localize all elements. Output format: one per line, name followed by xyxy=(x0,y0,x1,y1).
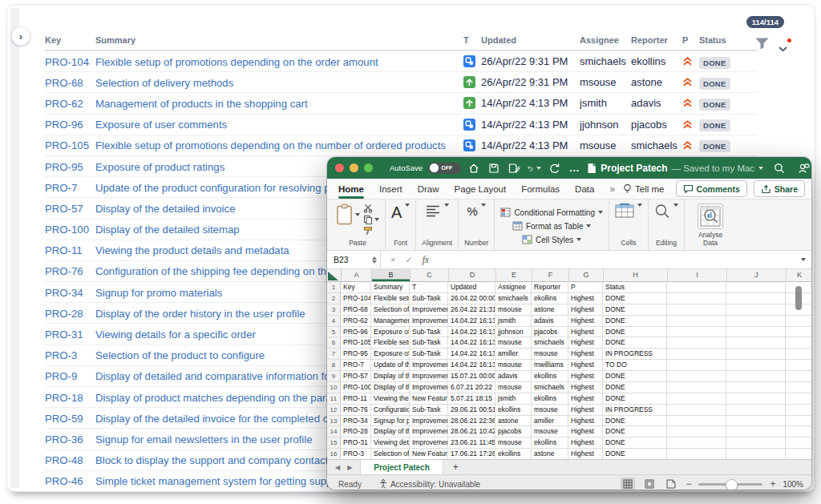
issue-summary-link[interactable]: Signup for promo materials xyxy=(95,287,222,299)
spreadsheet-cell[interactable] xyxy=(667,426,726,437)
spreadsheet-cell[interactable]: Improvemen xyxy=(410,304,448,315)
spreadsheet-cell[interactable]: Configuratio xyxy=(371,405,410,415)
spreadsheet-cell[interactable]: PRO-11 xyxy=(341,393,371,404)
spreadsheet-cell[interactable]: Assignee xyxy=(495,282,532,292)
vertical-scrollbar-thumb[interactable] xyxy=(795,286,802,310)
spreadsheet-cell[interactable]: Highest xyxy=(568,349,603,359)
row-number[interactable]: 16 xyxy=(327,449,341,459)
spreadsheet-cell[interactable]: Improvemen xyxy=(410,316,448,326)
cut-button[interactable] xyxy=(363,204,373,213)
spreadsheet-cell[interactable] xyxy=(726,426,786,437)
spreadsheet-cell[interactable]: smichaels xyxy=(532,337,568,348)
issue-key-link[interactable]: PRO-62 xyxy=(45,98,83,110)
row-number[interactable]: 13 xyxy=(327,416,341,426)
spreadsheet-cell[interactable]: DONE xyxy=(603,437,667,448)
spreadsheet-cell[interactable] xyxy=(667,405,726,415)
ribbon-group-font[interactable]: A Font xyxy=(385,200,415,250)
spreadsheet-cell[interactable]: smichaels xyxy=(532,382,568,393)
column-header[interactable]: K xyxy=(787,269,811,281)
ribbon-tab[interactable]: Formulas xyxy=(521,179,560,199)
formula-bar-expand-caret[interactable] xyxy=(801,258,806,261)
issue-key-link[interactable]: PRO-7 xyxy=(45,182,77,194)
issue-key-link[interactable]: PRO-68 xyxy=(45,77,83,89)
ribbon-group-alignment[interactable]: Alignment xyxy=(415,200,458,250)
spreadsheet-cell[interactable]: Status xyxy=(603,282,667,292)
spreadsheet-cell[interactable] xyxy=(786,449,811,459)
issue-key-link[interactable]: PRO-18 xyxy=(45,392,83,404)
row-number[interactable]: 6 xyxy=(327,337,341,348)
normal-view-icon[interactable] xyxy=(621,478,635,490)
spreadsheet-cell[interactable]: astone xyxy=(532,304,568,315)
cancel-entry-icon[interactable]: × xyxy=(390,255,395,264)
column-header-assignee[interactable]: Assignee xyxy=(580,35,631,45)
spreadsheet-cell[interactable]: T xyxy=(410,282,448,292)
issue-summary-link[interactable]: Viewing details for a specific order xyxy=(95,329,256,341)
issue-key-link[interactable]: PRO-95 xyxy=(45,161,83,173)
spreadsheet-cell[interactable]: Highest xyxy=(568,293,603,304)
spreadsheet-cell[interactable]: ekollins xyxy=(532,393,568,404)
format-as-table-button[interactable]: Format as Table xyxy=(512,220,592,232)
row-number[interactable]: 9 xyxy=(327,371,341,381)
save-as-icon[interactable] xyxy=(507,161,521,175)
spreadsheet-cell[interactable]: Highest xyxy=(568,449,603,459)
expand-sidebar-button[interactable]: › xyxy=(11,26,30,46)
spreadsheet-cell[interactable]: 14.04.22 16:13 xyxy=(448,337,495,348)
spreadsheet-cell[interactable]: Signup for pr xyxy=(371,416,410,426)
spreadsheet-cell[interactable]: astone xyxy=(532,449,568,459)
column-header[interactable]: C xyxy=(410,269,449,281)
spreadsheet-cell[interactable]: Flexible setu xyxy=(371,337,410,348)
spreadsheet-cell[interactable] xyxy=(726,304,786,315)
ribbon-tab[interactable]: Draw xyxy=(418,179,439,199)
close-window-button[interactable] xyxy=(335,163,344,172)
spreadsheet-cell[interactable]: 23.06.21 11:45 xyxy=(448,437,495,448)
spreadsheet-cell[interactable]: msouse xyxy=(495,304,532,315)
spreadsheet-cell[interactable] xyxy=(726,449,786,459)
spreadsheet-cell[interactable]: 29.06.21 00:51 xyxy=(448,405,495,415)
issue-key-link[interactable]: PRO-46 xyxy=(45,475,83,487)
zoom-window-button[interactable] xyxy=(364,163,373,172)
spreadsheet-cell[interactable]: jjohnson xyxy=(495,327,532,337)
spreadsheet-cell[interactable] xyxy=(786,316,811,326)
spreadsheet-cell[interactable]: Highest xyxy=(568,337,603,348)
spreadsheet-cell[interactable]: Key xyxy=(341,282,371,292)
issue-summary-link[interactable]: Flexible setup of promotions depending o… xyxy=(95,139,446,151)
conditional-formatting-button[interactable]: Conditional Formatting xyxy=(500,206,603,219)
spreadsheet-cell[interactable]: Improvemen xyxy=(410,416,448,426)
issue-key-link[interactable]: PRO-3 xyxy=(45,349,77,361)
row-number[interactable]: 5 xyxy=(327,327,341,337)
spreadsheet-cell[interactable]: msouse xyxy=(495,437,532,448)
next-sheet-arrow[interactable]: ▶ xyxy=(347,464,352,471)
spreadsheet-cell[interactable]: Highest xyxy=(568,382,603,393)
spreadsheet-cell[interactable]: Sub-Task xyxy=(410,327,448,337)
spreadsheet-cell[interactable]: Highest xyxy=(568,437,603,448)
ribbon-tab[interactable]: Insert xyxy=(379,179,402,199)
issue-summary-link[interactable]: Management of products in the shopping c… xyxy=(95,98,308,110)
spreadsheet-cell[interactable] xyxy=(667,327,726,337)
spreadsheet-cell[interactable]: PRO-68 xyxy=(341,304,371,315)
spreadsheet-cell[interactable]: msouse xyxy=(495,360,532,370)
row-number[interactable]: 11 xyxy=(327,393,341,404)
spreadsheet-cell[interactable] xyxy=(726,382,786,393)
issue-summary-link[interactable]: Update of the product configuration for … xyxy=(95,182,339,194)
spreadsheet-cell[interactable]: DONE xyxy=(603,416,667,426)
sheet-tab-project-patech[interactable]: Project Patech xyxy=(360,460,443,474)
spreadsheet-cell[interactable] xyxy=(667,349,726,359)
spreadsheet-cell[interactable]: Highest xyxy=(568,405,603,415)
spreadsheet-cell[interactable]: 14.04.22 16:13 xyxy=(448,349,495,359)
redo-icon[interactable] xyxy=(547,161,561,175)
confirm-entry-icon[interactable]: ✓ xyxy=(405,255,412,265)
issue-key-link[interactable]: PRO-11 xyxy=(45,244,83,256)
spreadsheet-cell[interactable]: Exposure of p xyxy=(371,349,410,359)
spreadsheet-cell[interactable]: IN PROGRESS xyxy=(603,405,667,415)
issue-summary-link[interactable]: Configuration of the shipping fee depend… xyxy=(95,265,341,277)
spreadsheet-cell[interactable] xyxy=(786,416,811,426)
ribbon-group-cells[interactable]: Cells xyxy=(609,200,648,250)
column-header-reporter[interactable]: Reporter xyxy=(631,35,682,45)
issue-key-link[interactable]: PRO-36 xyxy=(45,433,83,446)
spreadsheet-cell[interactable]: PRO-96 xyxy=(341,327,371,337)
spreadsheet-cell[interactable]: DONE xyxy=(603,304,667,315)
spreadsheet-cell[interactable]: Improvemen xyxy=(410,426,448,437)
name-box[interactable]: B23 xyxy=(327,251,381,268)
spreadsheet-cell[interactable]: DONE xyxy=(603,316,667,326)
issue-summary-link[interactable]: Simple ticket management system for gett… xyxy=(95,475,338,487)
